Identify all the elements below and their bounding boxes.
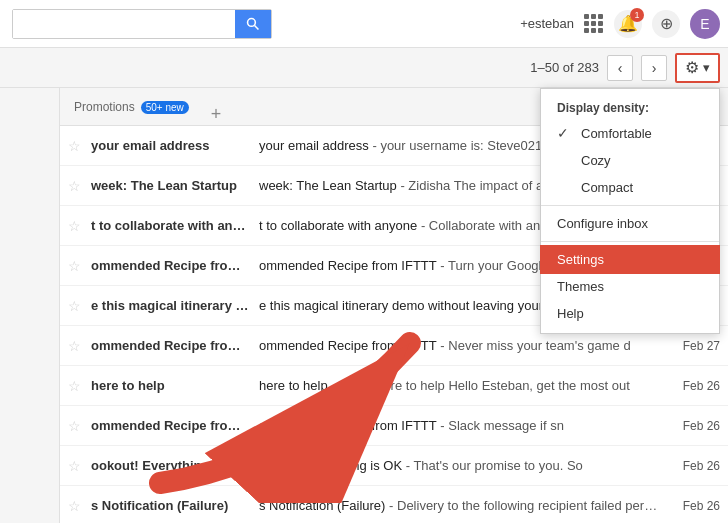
- star-icon[interactable]: ☆: [68, 218, 81, 234]
- email-sender: ookout! Everything is OK: [91, 458, 251, 473]
- search-input[interactable]: [13, 10, 235, 38]
- cozy-label: Cozy: [581, 153, 611, 168]
- toolbar: 1–50 of 283 ‹ › ⚙ ▾ Display density: ✓ C…: [0, 48, 728, 88]
- add-account-button[interactable]: ⊕: [652, 10, 680, 38]
- email-sender: s Notification (Failure): [91, 498, 251, 513]
- check-icon: ✓: [557, 125, 573, 141]
- email-sender: week: The Lean Startup: [91, 178, 251, 193]
- comfortable-label: Comfortable: [581, 126, 652, 141]
- dropdown-divider2: [541, 241, 719, 242]
- star-icon[interactable]: ☆: [68, 178, 81, 194]
- header-right: +esteban 🔔 1 ⊕ E: [520, 9, 720, 39]
- email-sender: t to collaborate with anyone: [91, 218, 251, 233]
- dropdown-arrow: ▾: [703, 60, 710, 75]
- configure-inbox-item[interactable]: Configure inbox: [541, 210, 719, 237]
- apps-icon[interactable]: [584, 14, 604, 34]
- email-snippet: here to help - We're here to help Hello …: [259, 378, 662, 393]
- email-date: Feb 26: [670, 459, 720, 473]
- settings-gear-button[interactable]: ⚙ ▾: [675, 53, 720, 83]
- avatar[interactable]: E: [690, 9, 720, 39]
- email-snippet: ookout! Everything is OK - That's our pr…: [259, 458, 662, 473]
- search-icon: [246, 17, 260, 31]
- search-bar: [12, 9, 272, 39]
- notification-bell[interactable]: 🔔 1: [614, 10, 642, 38]
- gear-icon: ⚙: [685, 58, 699, 77]
- dropdown-divider: [541, 205, 719, 206]
- email-sender: your email address: [91, 138, 251, 153]
- email-date: Feb 26: [670, 419, 720, 433]
- svg-point-0: [248, 18, 256, 26]
- email-sender: ommended Recipe from IFTTT: [91, 258, 251, 273]
- email-sender: ommended Recipe from IFTTT: [91, 418, 251, 433]
- email-sender: ommended Recipe from IFTTT: [91, 338, 251, 353]
- table-row[interactable]: ☆ ommended Recipe from IFTTT ommended Re…: [60, 406, 728, 446]
- table-row[interactable]: ☆ here to help here to help - We're here…: [60, 366, 728, 406]
- promotions-badge: 50+ new: [141, 101, 189, 114]
- email-date: Feb 26: [670, 379, 720, 393]
- add-tab-button[interactable]: +: [203, 104, 230, 125]
- star-icon[interactable]: ☆: [68, 298, 81, 314]
- compact-label: Compact: [581, 180, 633, 195]
- star-icon[interactable]: ☆: [68, 258, 81, 274]
- sidebar: [0, 88, 60, 523]
- email-snippet: ommended Recipe from IFTTT - Slack messa…: [259, 418, 662, 433]
- header: +esteban 🔔 1 ⊕ E: [0, 0, 728, 48]
- table-row[interactable]: ☆ s Notification (Failure) s Notificatio…: [60, 486, 728, 523]
- email-sender: e this magical itinerary demo: [91, 298, 251, 313]
- density-compact[interactable]: Compact: [541, 174, 719, 201]
- svg-line-1: [255, 25, 259, 29]
- star-icon[interactable]: ☆: [68, 378, 81, 394]
- table-row[interactable]: ☆ ookout! Everything is OK ookout! Every…: [60, 446, 728, 486]
- email-date: Feb 26: [670, 499, 720, 513]
- prev-page-button[interactable]: ‹: [607, 55, 633, 81]
- settings-dropdown: Display density: ✓ Comfortable Cozy Comp…: [540, 88, 720, 334]
- dropdown-section-label: Display density:: [541, 95, 719, 119]
- star-icon[interactable]: ☆: [68, 498, 81, 514]
- star-icon[interactable]: ☆: [68, 138, 81, 154]
- email-snippet: ommended Recipe from IFTTT - Never miss …: [259, 338, 662, 353]
- notification-badge: 1: [630, 8, 644, 22]
- star-icon[interactable]: ☆: [68, 418, 81, 434]
- email-sender: here to help: [91, 378, 251, 393]
- search-button[interactable]: [235, 10, 271, 38]
- email-date: Feb 27: [670, 339, 720, 353]
- promotions-label: Promotions: [74, 100, 135, 114]
- help-menu-item[interactable]: Help: [541, 300, 719, 327]
- star-icon[interactable]: ☆: [68, 458, 81, 474]
- email-snippet: s Notification (Failure) - Delivery to t…: [259, 498, 662, 513]
- tab-promotions[interactable]: Promotions 50+ new: [60, 89, 203, 125]
- page-info: 1–50 of 283: [530, 60, 599, 75]
- next-page-button[interactable]: ›: [641, 55, 667, 81]
- density-comfortable[interactable]: ✓ Comfortable: [541, 119, 719, 147]
- themes-menu-item[interactable]: Themes: [541, 273, 719, 300]
- settings-menu-item[interactable]: Settings: [541, 246, 719, 273]
- user-name[interactable]: +esteban: [520, 16, 574, 31]
- star-icon[interactable]: ☆: [68, 338, 81, 354]
- density-cozy[interactable]: Cozy: [541, 147, 719, 174]
- toolbar-right: 1–50 of 283 ‹ › ⚙ ▾: [530, 53, 720, 83]
